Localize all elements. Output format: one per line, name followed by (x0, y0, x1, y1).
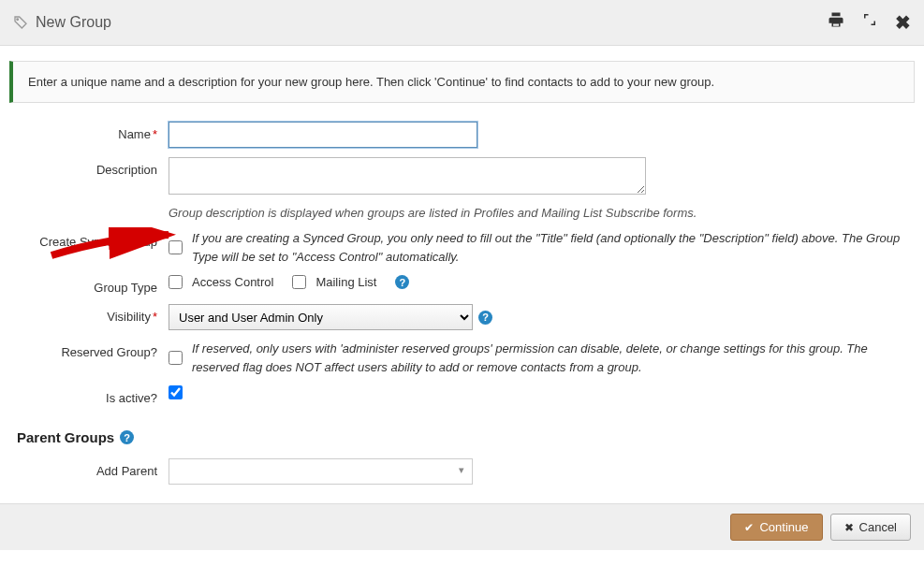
cancel-x-icon: ✖ (844, 521, 854, 534)
dialog-body: Enter a unique name and a description fo… (0, 46, 924, 503)
active-label: Is active? (106, 391, 157, 405)
continue-button[interactable]: ✔ Continue (730, 514, 822, 541)
description-help: Group description is displayed when grou… (169, 206, 915, 220)
svg-point-0 (17, 19, 19, 21)
visibility-select[interactable]: User and User Admin Only (169, 304, 473, 330)
description-label: Description (96, 163, 157, 177)
synced-help: If you are creating a Synced Group, you … (192, 229, 915, 266)
group-type-label: Group Type (94, 281, 157, 295)
check-icon: ✔ (744, 521, 754, 534)
dialog-footer: ✔ Continue ✖ Cancel (0, 503, 924, 550)
instruction-banner: Enter a unique name and a description fo… (9, 61, 915, 103)
dialog-header: New Group ✖ (0, 0, 924, 46)
description-input[interactable] (169, 157, 646, 195)
cancel-button[interactable]: ✖ Cancel (830, 514, 911, 541)
name-label: Name (118, 127, 151, 141)
expand-icon[interactable] (861, 11, 878, 28)
required-marker: * (153, 310, 157, 324)
tag-icon (13, 15, 28, 30)
new-group-dialog: New Group ✖ Enter a unique name and a de… (0, 0, 924, 550)
access-control-checkbox[interactable] (169, 275, 183, 289)
access-control-label: Access Control (192, 275, 273, 289)
continue-label: Continue (759, 520, 808, 534)
required-marker: * (153, 127, 157, 141)
active-checkbox[interactable] (169, 385, 183, 399)
name-input[interactable] (169, 122, 477, 148)
dialog-title: New Group (36, 14, 828, 31)
synced-label: Create Synced Group (39, 235, 157, 249)
synced-checkbox[interactable] (169, 240, 183, 254)
mailing-list-label: Mailing List (315, 275, 376, 289)
cancel-label: Cancel (859, 520, 897, 534)
add-parent-select[interactable] (169, 458, 473, 485)
reserved-label: Reserved Group? (61, 345, 157, 359)
parent-groups-help-icon[interactable]: ? (120, 430, 134, 444)
reserved-checkbox[interactable] (169, 351, 183, 365)
visibility-label: Visibility (107, 310, 151, 324)
visibility-help-icon[interactable]: ? (478, 311, 492, 325)
group-type-help-icon[interactable]: ? (395, 275, 409, 289)
mailing-list-checkbox[interactable] (292, 275, 306, 289)
print-icon[interactable] (828, 11, 844, 28)
parent-groups-title: Parent Groups (17, 429, 114, 445)
reserved-help: If reserved, only users with 'administer… (192, 340, 915, 376)
close-icon[interactable]: ✖ (895, 11, 911, 34)
add-parent-label: Add Parent (96, 464, 157, 478)
